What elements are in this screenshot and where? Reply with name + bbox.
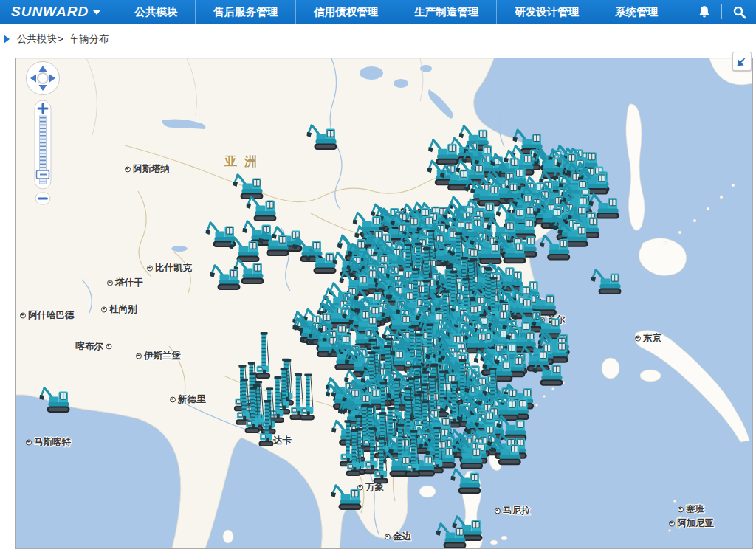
app-logo[interactable]: SUNWARD (0, 4, 111, 20)
breadcrumb-bar: 公共模块> 车辆分布 (0, 24, 756, 55)
excavator-marker[interactable] (247, 197, 277, 221)
excavator-marker[interactable] (591, 270, 622, 294)
pile-rig-marker[interactable] (234, 365, 249, 411)
excavator-marker[interactable] (331, 486, 362, 510)
excavator-marker[interactable] (540, 236, 570, 261)
map-container: 阿斯塔纳乌兰巴托比什凯克塔什干杜尚别阿什哈巴德喀布尔伊斯兰堡新德里达卡马斯喀特平… (15, 58, 753, 549)
pan-center-icon[interactable] (38, 73, 48, 83)
search-icon (732, 5, 746, 19)
machines-layer (16, 58, 752, 548)
pile-rig-marker[interactable] (300, 373, 315, 420)
excavator-marker[interactable] (307, 125, 337, 150)
search-button[interactable] (722, 0, 756, 24)
notifications-button[interactable] (687, 0, 721, 24)
excavator-marker[interactable] (40, 388, 70, 413)
excavator-marker[interactable] (451, 469, 481, 494)
breadcrumb: 公共模块> 车辆分布 (17, 32, 109, 46)
breadcrumb-section[interactable]: 公共模块 (17, 33, 57, 44)
breadcrumb-page: 车辆分布 (69, 33, 109, 44)
map-viewport[interactable]: 阿斯塔纳乌兰巴托比什凯克塔什干杜尚别阿什哈巴德喀布尔伊斯兰堡新德里达卡马斯喀特平… (15, 58, 753, 549)
top-nav-bar: SUNWARD 公共模块售后服务管理信用债权管理生产制造管理研发设计管理系统管理 (0, 0, 756, 24)
nav-item-5[interactable]: 研发设计管理 (496, 0, 597, 24)
machine-markers (40, 125, 622, 548)
main-nav: 公共模块售后服务管理信用债权管理生产制造管理研发设计管理系统管理 (117, 0, 676, 24)
header-right (687, 0, 756, 24)
excavator-marker[interactable] (233, 175, 264, 199)
excavator-marker[interactable] (436, 524, 467, 548)
arrow-down-left-icon (735, 55, 749, 68)
map-navigation-control (26, 60, 78, 215)
pile-rig-marker[interactable] (279, 359, 294, 406)
logo-text: SUNWARD (11, 4, 89, 20)
excavator-marker[interactable] (243, 221, 273, 246)
logo-caret-icon (93, 10, 100, 15)
nav-item-6[interactable]: 系统管理 (597, 0, 676, 24)
sidebar-expand-icon[interactable] (4, 35, 10, 44)
pile-rig-marker[interactable] (255, 332, 270, 379)
nav-item-2[interactable]: 售后服务管理 (195, 0, 295, 24)
collapse-map-button[interactable] (732, 52, 752, 71)
nav-item-1[interactable]: 公共模块 (117, 0, 195, 24)
breadcrumb-separator: > (58, 33, 63, 44)
bell-icon (698, 5, 711, 19)
nav-item-3[interactable]: 信用债权管理 (295, 0, 396, 24)
excavator-marker[interactable] (210, 266, 241, 290)
nav-item-4[interactable]: 生产制造管理 (396, 0, 496, 24)
